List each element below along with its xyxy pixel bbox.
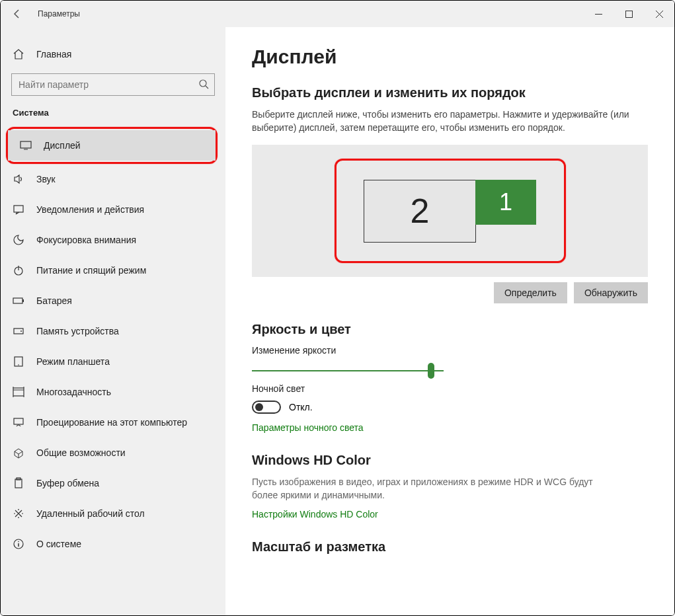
scale-heading: Масштаб и разметка	[252, 539, 648, 555]
minimize-button[interactable]	[583, 1, 614, 27]
night-light-state: Откл.	[289, 402, 313, 412]
svg-rect-8	[14, 206, 23, 212]
home-label: Главная	[36, 49, 71, 59]
brightness-slider[interactable]	[252, 370, 444, 371]
nav-storage[interactable]: Память устройства	[1, 316, 225, 346]
about-icon	[13, 538, 24, 550]
monitor-1[interactable]: 1	[475, 180, 536, 225]
nav-label: Фокусировка внимания	[36, 235, 136, 245]
nav-label: Звук	[36, 174, 56, 184]
nav-label: Режим планшета	[36, 356, 110, 367]
svg-point-4	[200, 80, 206, 87]
svg-line-5	[206, 86, 208, 89]
search-box[interactable]	[11, 73, 215, 96]
callout-display-nav: Дисплей	[6, 127, 218, 164]
nav-label: Питание и спящий режим	[36, 265, 146, 276]
monitor-arrange-area[interactable]: 2 1	[252, 145, 648, 277]
identify-button[interactable]: Определить	[494, 282, 567, 303]
hd-color-heading: Windows HD Color	[252, 453, 648, 468]
back-button[interactable]	[1, 9, 34, 19]
detect-button[interactable]: Обнаружить	[574, 282, 648, 303]
nav-label: Проецирование на этот компьютер	[36, 417, 187, 428]
tablet-icon	[13, 356, 24, 367]
multitask-icon	[13, 386, 24, 398]
svg-rect-12	[22, 299, 24, 302]
svg-rect-17	[13, 388, 24, 396]
night-light-settings-link[interactable]: Параметры ночного света	[252, 422, 364, 433]
nav-label: Дисплей	[44, 140, 81, 151]
nav-label: Память устройства	[36, 326, 119, 336]
clipboard-icon	[13, 477, 24, 489]
home-icon	[13, 48, 24, 60]
nav-multitask[interactable]: Многозадачность	[1, 377, 225, 407]
nav-power[interactable]: Питание и спящий режим	[1, 255, 225, 286]
nav-shared[interactable]: Общие возможности	[1, 438, 225, 468]
battery-icon	[13, 295, 24, 307]
content-area: Дисплей Выбрать дисплеи и изменить их по…	[225, 27, 674, 615]
nav-sound[interactable]: Звук	[1, 164, 225, 194]
nav-battery[interactable]: Батарея	[1, 286, 225, 316]
nav-label: Удаленный рабочий стол	[36, 508, 145, 519]
page-title: Дисплей	[252, 46, 648, 68]
nav-remote[interactable]: Удаленный рабочий стол	[1, 498, 225, 529]
nav-label: Буфер обмена	[36, 478, 99, 488]
notifications-icon	[13, 204, 24, 215]
brightness-label: Изменение яркости	[252, 345, 648, 356]
night-light-toggle[interactable]	[252, 401, 281, 414]
nav-label: Многозадачность	[36, 387, 111, 397]
svg-rect-11	[13, 298, 22, 303]
shared-icon	[13, 447, 24, 459]
nav-label: Батарея	[36, 295, 72, 306]
monitor-2[interactable]: 2	[364, 180, 476, 243]
svg-rect-23	[14, 418, 23, 424]
projecting-icon	[13, 416, 24, 428]
svg-point-16	[18, 364, 19, 366]
nav-display[interactable]: Дисплей	[8, 130, 216, 161]
svg-rect-6	[20, 141, 31, 148]
storage-icon	[13, 325, 24, 337]
home-link[interactable]: Главная	[1, 39, 225, 69]
svg-point-14	[20, 330, 22, 332]
arrange-description: Выберите дисплей ниже, чтобы изменить ег…	[252, 108, 635, 134]
remote-icon	[13, 508, 24, 520]
arrange-heading: Выбрать дисплеи и изменить их порядок	[252, 85, 648, 100]
nav-focus[interactable]: Фокусировка внимания	[1, 225, 225, 255]
nav-projecting[interactable]: Проецирование на этот компьютер	[1, 407, 225, 438]
titlebar: Параметры	[1, 1, 674, 27]
nav-clipboard[interactable]: Буфер обмена	[1, 468, 225, 498]
window-title: Параметры	[34, 9, 80, 19]
hd-color-settings-link[interactable]: Настройки Windows HD Color	[252, 509, 378, 520]
nav-tablet[interactable]: Режим планшета	[1, 346, 225, 377]
nav-label: Уведомления и действия	[36, 204, 144, 215]
sidebar: Главная Система Дисплей Звук	[1, 27, 225, 615]
svg-rect-1	[625, 11, 632, 17]
hd-color-description: Пусть изображения в видео, играх и прило…	[252, 476, 609, 502]
nav-label: О системе	[36, 539, 81, 549]
focus-icon	[13, 234, 24, 246]
sound-icon	[13, 173, 24, 185]
svg-point-28	[18, 541, 19, 543]
svg-rect-24	[15, 479, 22, 488]
sidebar-group-label: Система	[1, 105, 225, 127]
night-light-label: Ночной свет	[252, 383, 648, 394]
search-icon	[198, 79, 209, 92]
power-icon	[13, 264, 24, 276]
search-input[interactable]	[12, 74, 214, 95]
nav-label: Общие возможности	[36, 447, 126, 458]
brightness-heading: Яркость и цвет	[252, 322, 648, 337]
close-button[interactable]	[644, 1, 674, 27]
callout-monitors: 2 1	[335, 159, 566, 263]
nav-about[interactable]: О системе	[1, 529, 225, 559]
nav-notifications[interactable]: Уведомления и действия	[1, 194, 225, 225]
maximize-button[interactable]	[614, 1, 644, 27]
display-icon	[20, 139, 32, 151]
